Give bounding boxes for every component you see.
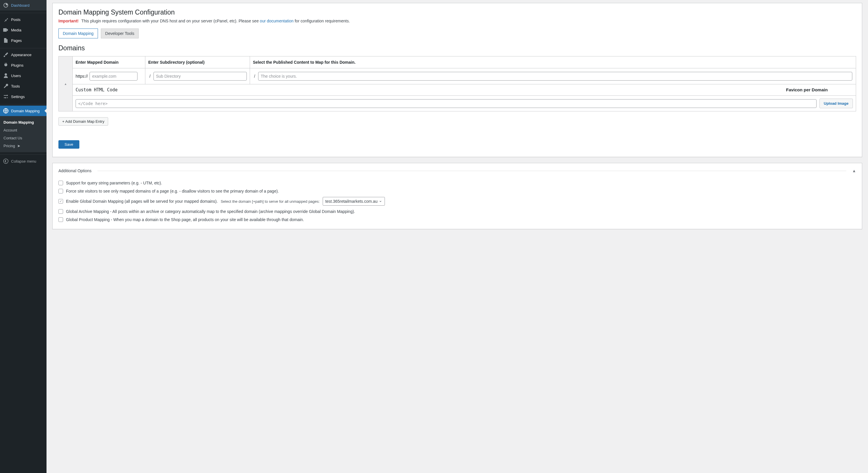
option-row-force-mapped: Force site visitors to see only mapped d…: [58, 187, 856, 195]
sidebar-item-label: Posts: [11, 18, 21, 22]
drag-handle[interactable]: ▲: [59, 56, 73, 111]
additional-options-panel: Additional Options ▲ Support for query s…: [52, 163, 862, 229]
plug-icon: [3, 62, 9, 68]
subdirectory-input[interactable]: [154, 72, 247, 81]
checkbox-global-mapping[interactable]: [58, 199, 63, 204]
sidebar-item-label: Appearance: [11, 53, 31, 57]
table-row-html: Upload Image: [73, 96, 856, 111]
checkbox-product-mapping[interactable]: [58, 217, 63, 222]
sidebar-item-appearance[interactable]: Appearance: [0, 50, 46, 60]
submenu-account[interactable]: Account: [0, 126, 46, 134]
sidebar-item-label: Media: [11, 28, 21, 32]
th-custom-html: Custom HTML Code: [73, 84, 783, 95]
wrench-icon: [3, 83, 9, 89]
brush-icon: [3, 52, 9, 58]
sidebar-submenu: Domain Mapping Account Contact Us Pricin…: [0, 116, 46, 152]
sidebar-item-dashboard[interactable]: Dashboard: [0, 0, 46, 10]
main-content: Domain Mapping System Configuration Impo…: [46, 0, 868, 473]
custom-html-input[interactable]: [75, 99, 816, 108]
sidebar-item-label: Domain Mapping: [11, 109, 39, 113]
important-label: Important!: [58, 19, 79, 23]
sidebar-item-domain-mapping[interactable]: Domain Mapping: [0, 106, 46, 116]
save-button[interactable]: Save: [58, 140, 80, 149]
config-panel: Domain Mapping System Configuration Impo…: [52, 3, 862, 157]
sidebar-item-label: Dashboard: [11, 3, 30, 7]
tab-domain-mapping[interactable]: Domain Mapping: [58, 29, 98, 38]
table-header: Enter Mapped Domain Enter Subdirectory (…: [73, 56, 856, 68]
option-label: Global Archive Mapping - All posts withi…: [66, 209, 355, 214]
sidebar-item-label: Users: [11, 73, 21, 78]
sliders-icon: [3, 94, 9, 99]
global-domain-select[interactable]: test.365retailmarkets.com.au: [323, 197, 385, 206]
submenu-contact[interactable]: Contact Us: [0, 134, 46, 142]
option-label: Support for query string parameters (e.g…: [66, 181, 162, 185]
sidebar-item-posts[interactable]: Posts: [0, 14, 46, 25]
sidebar-item-pages[interactable]: Pages: [0, 35, 46, 46]
checkbox-query-string[interactable]: [58, 181, 63, 185]
media-icon: [3, 27, 9, 33]
page-icon: [3, 37, 9, 43]
option-label: Enable Global Domain Mapping (all pages …: [66, 199, 218, 204]
collapse-icon: [3, 158, 9, 164]
svg-point-1: [3, 159, 8, 164]
option-row-archive-mapping: Global Archive Mapping - All posts withi…: [58, 207, 856, 215]
upload-image-button[interactable]: Upload Image: [819, 99, 853, 108]
additional-options-heading: Additional Options: [58, 169, 92, 173]
sidebar-item-label: Plugins: [11, 63, 24, 67]
submenu-domain-mapping[interactable]: Domain Mapping: [0, 118, 46, 126]
sidebar-item-label: Pages: [11, 38, 22, 43]
th-favicon: Favicon per Domain: [783, 84, 856, 95]
checkbox-archive-mapping[interactable]: [58, 209, 63, 214]
option-label: Force site visitors to see only mapped d…: [66, 189, 279, 194]
dashboard-icon: [3, 2, 9, 8]
th-domain: Enter Mapped Domain: [73, 56, 145, 68]
domain-mapping-table: ▲ Enter Mapped Domain Enter Subdirectory…: [58, 56, 856, 111]
sidebar-item-label: Settings: [11, 94, 25, 99]
user-icon: [3, 73, 9, 79]
collapse-label: Collapse menu: [11, 159, 36, 164]
option-row-product-mapping: Global Product Mapping - When you map a …: [58, 215, 856, 224]
domains-heading: Domains: [58, 44, 856, 52]
checkbox-force-mapped[interactable]: [58, 189, 63, 194]
sort-up-icon: ▲: [64, 82, 67, 86]
sidebar-item-plugins[interactable]: Plugins: [0, 60, 46, 70]
tab-developer-tools[interactable]: Developer Tools: [101, 29, 139, 38]
page-title: Domain Mapping System Configuration: [58, 8, 856, 16]
published-content-input[interactable]: [258, 72, 852, 81]
mapped-domain-input[interactable]: [90, 72, 137, 81]
divider: [97, 171, 846, 171]
arrow-right-icon: ➤: [17, 144, 20, 148]
collapse-section-icon[interactable]: ▲: [852, 169, 856, 173]
submenu-pricing[interactable]: Pricing ➤: [0, 142, 46, 150]
add-domain-entry-button[interactable]: + Add Domain Map Entry: [58, 117, 108, 126]
important-notice: Important! This plugin requires configur…: [58, 19, 856, 23]
sidebar-item-users[interactable]: Users: [0, 70, 46, 81]
th-content: Select the Published Content to Map for …: [250, 56, 856, 68]
sidebar-item-tools[interactable]: Tools: [0, 81, 46, 91]
table-row: https:// / /: [73, 68, 856, 84]
table-subheader: Custom HTML Code Favicon per Domain: [73, 84, 856, 96]
slash-separator: /: [148, 74, 152, 79]
collapse-menu[interactable]: Collapse menu: [0, 156, 46, 167]
th-subdir: Enter Subdirectory (optional): [145, 56, 250, 68]
option-label: Global Product Mapping - When you map a …: [66, 217, 304, 222]
sidebar-item-settings[interactable]: Settings: [0, 91, 46, 102]
https-prefix: https://: [75, 74, 88, 79]
admin-sidebar: Dashboard Posts Media Pages Appearance P…: [0, 0, 46, 473]
pushpin-icon: [3, 17, 9, 22]
option-subtext: Select the domain [+path] to serve for a…: [221, 199, 320, 204]
sidebar-item-media[interactable]: Media: [0, 25, 46, 35]
tab-bar: Domain Mapping Developer Tools: [58, 29, 856, 38]
option-row-query-string: Support for query string parameters (e.g…: [58, 179, 856, 187]
sidebar-item-label: Tools: [11, 84, 20, 88]
documentation-link[interactable]: our documentation: [260, 19, 293, 23]
globe-icon: [3, 108, 9, 114]
slash-separator: /: [253, 74, 256, 79]
option-row-global-mapping: Enable Global Domain Mapping (all pages …: [58, 195, 856, 207]
